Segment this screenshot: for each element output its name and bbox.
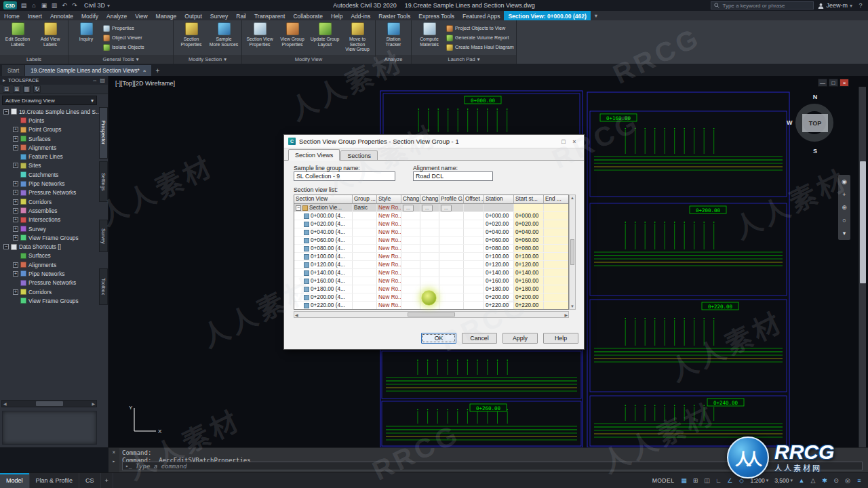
snap-icon[interactable]: ⊞ [690, 476, 700, 485]
tree-item-assemblies[interactable]: +Assemblies [1, 206, 99, 215]
expand-icon[interactable]: + [13, 181, 18, 186]
tree-item-pressure-networks[interactable]: Pressure Networks [1, 279, 99, 287]
autohide-icon[interactable]: ⇔ [92, 77, 97, 83]
tree-item-survey[interactable]: +Survey [1, 224, 99, 233]
redo-icon[interactable]: ↷ [71, 1, 79, 9]
scroll-right-icon[interactable]: ▶ [564, 312, 568, 317]
table-row[interactable]: 0+160.00 (4...New Ro...0+160.000+160.00 [294, 277, 568, 285]
sample-line-group-input[interactable]: SL Collection - 9 [294, 171, 395, 181]
expand-icon[interactable]: + [13, 226, 18, 232]
table-row[interactable]: 0+100.00 (4...New Ro...0+100.000+100.00 [294, 253, 568, 261]
table-row[interactable]: 0+080.00 (4...New Ro...0+080.000+080.00 [294, 245, 568, 253]
table-group-row[interactable]: −Section Vie...BasicNew Ro............ [294, 204, 568, 212]
close-viewport-icon[interactable]: × [840, 79, 849, 87]
ribbon-button-add-view-labels[interactable]: Add View Labels [35, 22, 66, 47]
toolspace-tab-toolbox[interactable]: Toolbox [99, 268, 108, 305]
grid-icon[interactable]: ▦ [679, 476, 688, 485]
panel-label-general-tools[interactable]: General Tools▾ [68, 55, 173, 64]
tree-item-pipe-networks[interactable]: +Pipe Networks [1, 179, 99, 188]
expand-icon[interactable]: + [13, 190, 18, 195]
ribbon-button-edit-section-labels[interactable]: Edit Section Labels [2, 22, 33, 47]
restore-viewport-icon[interactable]: □ [829, 79, 838, 87]
file-tab-19-create-sample-lines-and-section-views[interactable]: 19.Create Sample Lines and Section Views… [25, 65, 151, 76]
expand-icon[interactable]: + [13, 289, 18, 295]
scroll-left-icon[interactable]: ◀ [3, 401, 7, 406]
ribbon-tab-analyze[interactable]: Analyze [102, 11, 131, 20]
ribbon-button-station-tracker[interactable]: Station Tracker [378, 22, 409, 47]
tree-item-pressure-networks[interactable]: +Pressure Networks [1, 188, 99, 197]
expand-icon[interactable]: + [13, 145, 18, 150]
column-header-section-view[interactable]: Section View [294, 195, 353, 204]
scroll-down-icon[interactable]: ▼ [570, 304, 574, 308]
tree-item-19-create-sample-lines-and-s[interactable]: −19.Create Sample Lines and S... [1, 107, 99, 116]
column-header-start-st[interactable]: Start st... [514, 195, 544, 204]
tree-item-alignments[interactable]: +Alignments [1, 143, 99, 152]
expand-icon[interactable]: + [13, 163, 18, 168]
tree-item-view-frame-groups[interactable]: +View Frame Groups [1, 233, 99, 242]
viewcube-north[interactable]: N [813, 94, 818, 100]
expand-all-icon[interactable]: ⊞ [13, 85, 20, 93]
ribbon-button-section-properties[interactable]: Section Properties [176, 22, 207, 47]
column-header-chang[interactable]: Chang... [420, 195, 439, 204]
ribbon-button-sample-more-sources[interactable]: Sample More Sources [208, 22, 239, 47]
collapse-icon[interactable]: − [3, 244, 9, 249]
dialog-title-bar[interactable]: C Section View Group Properties - Sectio… [284, 135, 584, 148]
viewcube-top-face[interactable]: TOP [802, 114, 828, 132]
steering-wheel-icon[interactable]: ◉ [842, 178, 847, 185]
new-tab-button[interactable]: + [152, 65, 163, 76]
ribbon-button-generate-volume-report[interactable]: Generate Volume Report [446, 33, 514, 42]
ribbon-tab-collaborate[interactable]: Collaborate [289, 11, 326, 20]
batch-change-picker-button[interactable]: ... [441, 205, 452, 211]
dialog-tab-sections[interactable]: Sections [340, 150, 378, 160]
ortho-icon[interactable]: ∟ [713, 476, 723, 485]
toolspace-tab-survey[interactable]: Survey [99, 220, 108, 252]
toolspace-tab-prospector[interactable]: Prospector [99, 107, 108, 159]
viewcube-south[interactable]: S [813, 148, 817, 155]
alignment-name-input[interactable]: Road DCL [413, 171, 493, 181]
panel-label-modify-section[interactable]: Modify Section▾ [174, 55, 241, 64]
expand-icon[interactable]: + [13, 271, 18, 277]
ribbon-tab-view[interactable]: View [131, 11, 151, 20]
ribbon-tab-featured-apps[interactable]: Featured Apps [458, 11, 504, 20]
open-icon[interactable]: ⌂ [30, 1, 38, 9]
toolspace-menu-icon[interactable]: ▸ [3, 77, 5, 83]
file-tab-start[interactable]: Start [2, 65, 24, 76]
ribbon-tab-express-tools[interactable]: Express Tools [414, 11, 458, 20]
toolspace-horizontal-scrollbar[interactable]: ◀ ▶ [1, 400, 97, 407]
ribbon-button-project-objects-to-view[interactable]: Project Objects to View [446, 24, 514, 33]
ribbon-button-section-view-properties[interactable]: Section View Properties [244, 22, 275, 47]
dialog-tab-section-views[interactable]: Section Views [288, 149, 340, 161]
layout-tab-model[interactable]: Model [0, 473, 30, 488]
tree-item-sites[interactable]: +Sites [1, 161, 99, 170]
table-vertical-scrollbar[interactable]: ▲ ▼ [569, 195, 576, 310]
infer-constraints-icon[interactable]: ◫ [702, 476, 711, 485]
view-cube[interactable]: TOP N W S [787, 94, 844, 156]
expand-icon[interactable]: + [13, 199, 18, 205]
expand-icon[interactable]: + [13, 127, 18, 132]
layout-tab-cs[interactable]: CS [79, 473, 101, 488]
print-icon[interactable]: ▥ [50, 1, 58, 9]
recent-commands-icon[interactable]: ▸ [113, 458, 116, 464]
panorama-icon[interactable]: ▥ [23, 85, 31, 93]
collapse-icon[interactable]: − [3, 109, 9, 115]
ribbon-button-update-group-layout[interactable]: Update Group Layout [309, 22, 340, 47]
tree-item-corridors[interactable]: +Corridors [1, 197, 99, 206]
scrollbar-thumb[interactable] [570, 239, 574, 265]
ribbon-tab-rail[interactable]: Rail [232, 11, 250, 20]
column-header-offset[interactable]: Offset ... [464, 195, 484, 204]
column-header-end[interactable]: End ... [544, 195, 569, 204]
minimize-viewport-icon[interactable]: — [818, 79, 827, 87]
table-row[interactable]: 0+140.00 (4...New Ro...0+140.000+140.00 [294, 269, 568, 277]
panel-label-analyze[interactable]: Analyze [376, 55, 411, 64]
ribbon-tab-modify[interactable]: Modify [77, 11, 102, 20]
layout-tab-plan-profile[interactable]: Plan & Profile [30, 473, 80, 488]
viewport-controls[interactable]: [-][Top][2D Wireframe] [115, 80, 175, 87]
toolspace-tab-settings[interactable]: Settings [99, 161, 108, 202]
ribbon-tab-add-ins[interactable]: Add-ins [347, 11, 374, 20]
ribbon-panel-toggle-icon[interactable]: ▾ [591, 11, 601, 20]
tree-item-surfaces[interactable]: +Surfaces [1, 134, 99, 143]
expand-icon[interactable]: + [13, 208, 18, 214]
ribbon-button-properties[interactable]: Properties [103, 24, 171, 33]
tree-item-point-groups[interactable]: +Point Groups [1, 125, 99, 134]
ribbon-tab-help[interactable]: Help [327, 11, 347, 20]
